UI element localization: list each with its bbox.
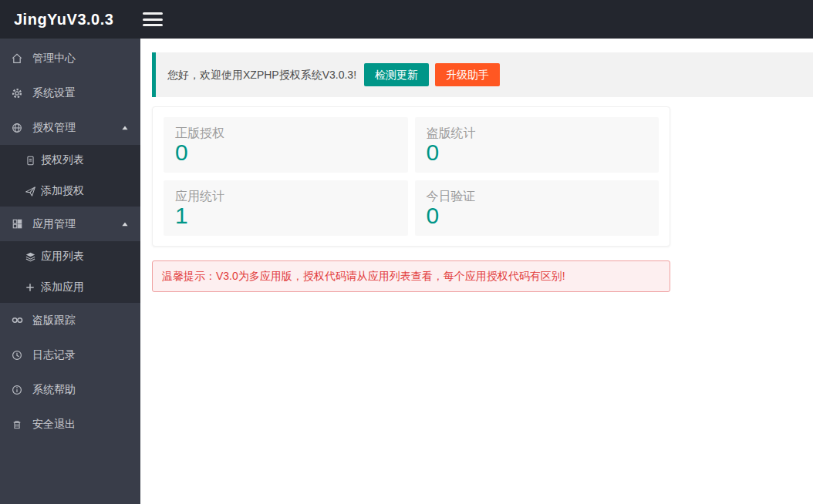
stat-card-today-verify: 今日验证 0 — [415, 180, 660, 236]
app-title: JingYuV3.0.3 — [0, 11, 129, 29]
infinity-icon — [9, 314, 25, 327]
sidebar-item-auth-management[interactable]: 授权管理 — [0, 110, 140, 145]
sidebar-item-label: 系统设置 — [32, 86, 76, 100]
sidebar-item-safe-exit[interactable]: 安全退出 — [0, 407, 140, 442]
topbar: JingYuV3.0.3 — [0, 0, 813, 39]
welcome-banner: 您好，欢迎使用XZPHP授权系统V3.0.3! 检测更新 升级助手 — [152, 52, 813, 97]
stats-panel: 正版授权 0 盗版统计 0 应用统计 1 今日验证 0 — [152, 106, 670, 247]
sidebar-item-label: 应用管理 — [32, 217, 76, 231]
stat-value: 0 — [175, 140, 396, 165]
sidebar-item-label: 盗版跟踪 — [32, 314, 76, 328]
upgrade-helper-button[interactable]: 升级助手 — [435, 63, 500, 86]
info-icon — [9, 384, 25, 396]
sidebar-item-label: 系统帮助 — [32, 383, 76, 397]
hamburger-icon[interactable] — [143, 12, 163, 27]
gear-icon — [9, 87, 25, 99]
trash-icon — [9, 419, 25, 430]
layers-icon — [23, 251, 37, 263]
sidebar-item-piracy-tracking[interactable]: 盗版跟踪 — [0, 303, 140, 338]
component-icon — [9, 218, 25, 230]
sidebar-item-add-app[interactable]: 添加应用 — [0, 272, 140, 303]
sidebar-item-log-records[interactable]: 日志记录 — [0, 338, 140, 372]
sidebar-item-app-management[interactable]: 应用管理 — [0, 207, 140, 241]
home-icon — [9, 52, 25, 65]
globe-icon — [9, 122, 25, 134]
document-icon — [23, 155, 37, 166]
stat-label: 盗版统计 — [427, 126, 648, 140]
stat-card-piracy-count: 盗版统计 0 — [415, 117, 660, 173]
clock-icon — [9, 349, 25, 361]
sidebar-item-system-settings[interactable]: 系统设置 — [0, 76, 140, 110]
main-content: 您好，欢迎使用XZPHP授权系统V3.0.3! 检测更新 升级助手 正版授权 0… — [140, 39, 813, 504]
sidebar-item-system-help[interactable]: 系统帮助 — [0, 372, 140, 407]
stat-card-genuine-auth: 正版授权 0 — [164, 117, 408, 173]
sidebar-item-auth-list[interactable]: 授权列表 — [0, 145, 140, 176]
stat-value: 1 — [175, 203, 396, 228]
send-icon — [23, 186, 37, 197]
chevron-up-icon — [120, 220, 130, 229]
check-update-button[interactable]: 检测更新 — [364, 63, 429, 86]
sidebar-item-label: 应用列表 — [41, 250, 84, 264]
sidebar-item-app-list[interactable]: 应用列表 — [0, 241, 140, 272]
sidebar-item-admin-center[interactable]: 管理中心 — [0, 41, 140, 76]
plus-icon — [23, 282, 37, 293]
notice-banner: 温馨提示：V3.0为多应用版，授权代码请从应用列表查看，每个应用授权代码有区别! — [152, 260, 670, 292]
stat-label: 应用统计 — [175, 189, 396, 203]
sidebar-item-label: 授权列表 — [41, 153, 84, 167]
sidebar-item-label: 授权管理 — [32, 121, 76, 135]
sidebar-item-add-auth[interactable]: 添加授权 — [0, 176, 140, 207]
sidebar-item-label: 管理中心 — [32, 52, 76, 66]
stat-value: 0 — [427, 203, 648, 228]
chevron-up-icon — [120, 123, 130, 133]
stat-label: 今日验证 — [427, 189, 648, 203]
sidebar-item-label: 添加授权 — [41, 184, 84, 198]
stat-value: 0 — [427, 140, 648, 165]
welcome-message: 您好，欢迎使用XZPHP授权系统V3.0.3! — [167, 63, 356, 86]
app-submenu: 应用列表 添加应用 — [0, 241, 140, 303]
sidebar-item-label: 添加应用 — [41, 281, 84, 294]
stat-card-app-count: 应用统计 1 — [164, 180, 408, 236]
sidebar-item-label: 日志记录 — [32, 348, 76, 362]
stats-grid: 正版授权 0 盗版统计 0 应用统计 1 今日验证 0 — [164, 117, 659, 236]
app-window: JingYuV3.0.3 管理中心 系统设置 授权管理 — [0, 0, 813, 504]
stat-label: 正版授权 — [175, 126, 396, 140]
sidebar: 管理中心 系统设置 授权管理 授权列表 — [0, 39, 140, 504]
sidebar-item-label: 安全退出 — [32, 418, 76, 432]
auth-submenu: 授权列表 添加授权 — [0, 145, 140, 207]
